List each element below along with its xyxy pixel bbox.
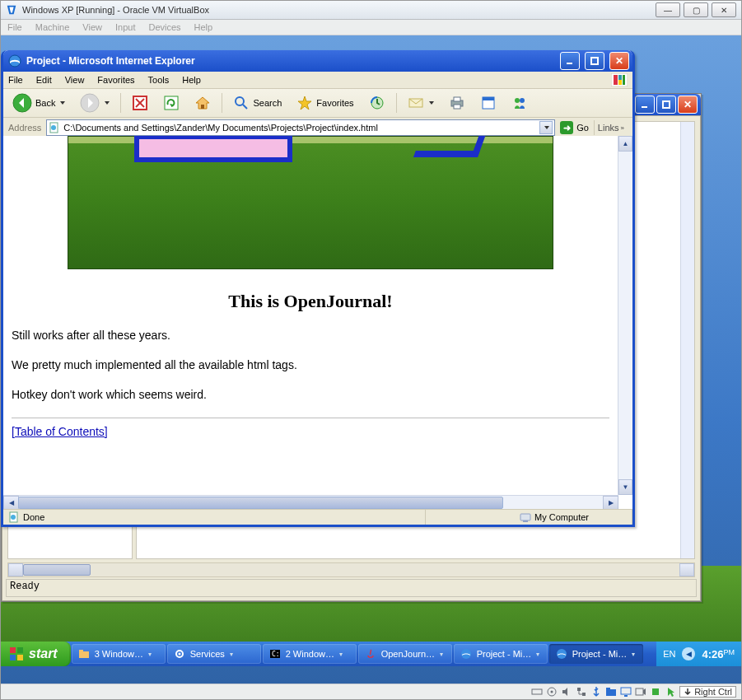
- address-label: Address: [8, 123, 41, 133]
- mail-button[interactable]: [404, 92, 438, 114]
- links-toolbar[interactable]: Links »: [594, 120, 628, 135]
- display-icon: [620, 686, 632, 698]
- vb-close-button[interactable]: ✕: [712, 2, 736, 17]
- guest-desktop: ✕ Ready Project - Microsoft Internet Exp…: [1, 35, 741, 684]
- ie-minimize-button[interactable]: [560, 52, 580, 70]
- page-paragraph: We pretty much implemented all the avail…: [12, 358, 618, 371]
- search-button[interactable]: Search: [229, 92, 286, 114]
- vb-menu-view[interactable]: View: [82, 22, 102, 32]
- go-button[interactable]: ➜ Go: [560, 121, 589, 134]
- address-dropdown[interactable]: [539, 121, 553, 134]
- vb-menu-machine[interactable]: Machine: [35, 22, 70, 32]
- gear-icon: [174, 648, 185, 660]
- ie-menu-file[interactable]: File: [8, 75, 23, 85]
- home-button[interactable]: [190, 92, 215, 114]
- taskbar-item[interactable]: Project - Mi…▾: [454, 644, 548, 664]
- ie-menu-help[interactable]: Help: [182, 75, 201, 85]
- ie-menu-favorites[interactable]: Favorites: [97, 75, 134, 85]
- refresh-button[interactable]: [159, 92, 184, 114]
- ie-menu-tools[interactable]: Tools: [148, 75, 170, 85]
- favorites-button[interactable]: Favorites: [292, 92, 357, 114]
- taskbar-item-label: Services: [190, 649, 225, 659]
- cpu-icon: [650, 686, 661, 698]
- ie-close-button[interactable]: ✕: [609, 52, 629, 70]
- forward-button[interactable]: [76, 91, 114, 115]
- bg-minimize-button[interactable]: [635, 96, 655, 114]
- start-button[interactable]: start: [1, 642, 71, 666]
- svg-rect-52: [577, 688, 581, 691]
- scroll-left-button[interactable]: ◀: [3, 496, 19, 510]
- taskbar-item[interactable]: Project - Mi…▾: [549, 644, 643, 664]
- bg-vscrollbar[interactable]: [680, 122, 694, 558]
- ie-icon: [460, 648, 472, 660]
- ie-maximize-button[interactable]: [585, 52, 604, 70]
- edit-button[interactable]: [476, 92, 501, 114]
- svg-rect-2: [642, 106, 647, 108]
- page-paragraph: Hotkey don't work which seems weird.: [12, 388, 618, 401]
- svg-rect-35: [520, 514, 530, 520]
- svg-rect-6: [567, 63, 572, 64]
- vb-menu-devices[interactable]: Devices: [148, 22, 180, 32]
- page-icon: [49, 122, 60, 133]
- bg-close-button[interactable]: ✕: [678, 96, 698, 114]
- ie-menu-edit[interactable]: Edit: [36, 75, 52, 85]
- svg-rect-37: [10, 647, 16, 653]
- vb-menu-input[interactable]: Input: [115, 22, 135, 32]
- page-document[interactable]: This is OpenJournal! Still works after a…: [3, 136, 618, 495]
- bg-maximize-button[interactable]: [656, 96, 676, 114]
- vb-menu-file[interactable]: File: [7, 22, 22, 32]
- taskbar-item[interactable]: Services▾: [167, 644, 261, 664]
- taskbar-item[interactable]: 3 Window…▾: [72, 644, 166, 664]
- ie-menu-view[interactable]: View: [65, 75, 85, 85]
- mouse-icon: [665, 686, 676, 698]
- toc-link[interactable]: [Table of Contents]: [12, 425, 108, 438]
- hscroll-thumb[interactable]: [18, 497, 503, 509]
- mail-icon: [408, 95, 424, 111]
- page-heading: This is OpenJournal!: [3, 291, 618, 312]
- address-input[interactable]: C:\Documents and Settings\Zander\My Docu…: [46, 119, 555, 136]
- status-text: Done: [23, 512, 44, 522]
- arrow-down-icon: [684, 688, 692, 696]
- messenger-button[interactable]: [507, 92, 532, 114]
- svg-rect-19: [201, 105, 204, 109]
- chevron-down-icon: [429, 101, 434, 105]
- svg-rect-25: [454, 97, 460, 101]
- chevron-down-icon: [105, 101, 110, 105]
- history-button[interactable]: [365, 92, 390, 114]
- bg-hscrollbar[interactable]: [7, 562, 695, 577]
- vb-maximize-button[interactable]: ▢: [684, 2, 708, 17]
- home-icon: [194, 95, 211, 111]
- windows-logo-icon: [9, 646, 24, 661]
- taskbar-item[interactable]: C:2 Window…▾: [263, 644, 357, 664]
- svg-point-32: [51, 125, 56, 130]
- svg-line-21: [243, 105, 247, 109]
- svg-point-30: [520, 98, 525, 103]
- ie-vscrollbar[interactable]: ▲ ▼: [618, 136, 632, 495]
- bg-hscroll-thumb[interactable]: [23, 564, 91, 576]
- address-value: C:\Documents and Settings\Zander\My Docu…: [63, 123, 536, 133]
- ie-hscrollbar[interactable]: ◀ ▶: [3, 495, 618, 510]
- svg-rect-58: [636, 688, 643, 695]
- scroll-up-button[interactable]: ▲: [618, 136, 632, 152]
- svg-rect-7: [591, 58, 598, 64]
- vb-menu-help[interactable]: Help: [194, 22, 213, 32]
- ie-window[interactable]: Project - Microsoft Internet Explorer ✕ …: [1, 50, 635, 527]
- tray-clock[interactable]: 4:26PM: [702, 649, 735, 660]
- stop-button[interactable]: [128, 92, 152, 114]
- system-tray[interactable]: EN ◀ 4:26PM: [656, 642, 741, 666]
- scroll-right-button[interactable]: ▶: [603, 496, 618, 510]
- svg-rect-18: [165, 96, 178, 110]
- host-key-indicator[interactable]: Right Ctrl: [679, 686, 736, 698]
- svg-point-29: [515, 98, 520, 103]
- tray-lang[interactable]: EN: [663, 649, 675, 659]
- scroll-down-button[interactable]: ▼: [618, 479, 632, 495]
- print-button[interactable]: [445, 92, 469, 114]
- ie-statusbar: Done My Computer: [3, 509, 632, 525]
- vb-minimize-button[interactable]: —: [656, 2, 680, 17]
- ie-icon: [8, 54, 21, 68]
- ie-titlebar[interactable]: Project - Microsoft Internet Explorer ✕: [3, 50, 632, 72]
- svg-rect-53: [582, 693, 586, 696]
- back-button[interactable]: Back: [8, 91, 69, 115]
- taskbar-item[interactable]: OpenJourn…▾: [358, 644, 452, 664]
- tray-expand-icon[interactable]: ◀: [682, 647, 695, 660]
